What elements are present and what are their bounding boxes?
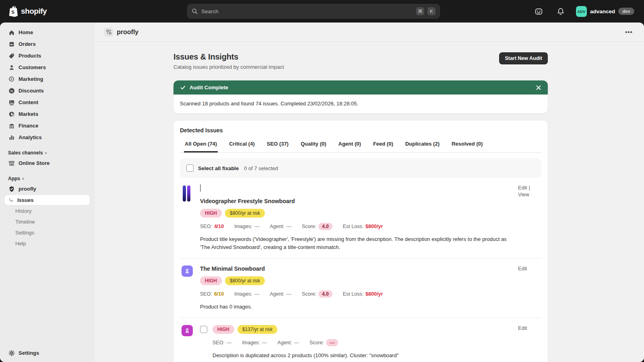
seo-label: SEO:: [200, 224, 212, 229]
sidebar-item-online-store[interactable]: Online Store: [5, 158, 90, 169]
product-thumbnail: [183, 185, 192, 202]
score-label: Score:: [302, 291, 316, 297]
edit-link[interactable]: Edit: [518, 265, 527, 272]
shopify-logo: S shopify: [8, 6, 95, 17]
tab-duplicates[interactable]: Duplicates (2): [405, 139, 440, 152]
discount-icon: %: [8, 87, 15, 94]
bank-icon: [8, 122, 15, 129]
sidebar-item-label: Markets: [19, 111, 38, 117]
account-menu[interactable]: ADV advanced dev: [576, 6, 634, 17]
tab-all-open[interactable]: All Open (74): [184, 139, 218, 152]
est-loss-label: Est Loss:: [343, 224, 363, 229]
sidebar-item-products[interactable]: Products: [5, 50, 90, 61]
images-value: —: [254, 224, 260, 229]
close-icon: [536, 85, 541, 90]
issue-title: The Minimal Snowboard: [200, 265, 512, 272]
issue-description: Product has 0 images.: [200, 303, 512, 311]
close-banner-button[interactable]: [536, 85, 541, 90]
select-all-label: Select all fixable: [198, 165, 239, 171]
edit-link[interactable]: Edit: [518, 325, 527, 331]
sidebar-item-help[interactable]: Help: [5, 239, 90, 249]
tab-resolved[interactable]: Resolved (0): [451, 139, 483, 152]
sidebar-item-label: History: [15, 208, 31, 214]
tab-quality[interactable]: Quality (0): [300, 139, 327, 152]
page-header: proofly •••: [95, 23, 644, 42]
search-input[interactable]: [201, 8, 413, 14]
sidebar-item-markets[interactable]: $ Markets: [5, 109, 90, 119]
sidekick-button[interactable]: [533, 5, 545, 18]
sidebar-item-orders[interactable]: Orders: [5, 39, 90, 49]
action-separator: |: [528, 185, 530, 191]
issue-title: Videographer Freestyle Snowboard: [200, 198, 512, 204]
sidebar-item-proofly[interactable]: proofly: [5, 183, 90, 194]
sidebar-item-label: Content: [19, 99, 38, 105]
sidebar-item-marketing[interactable]: Marketing: [5, 74, 90, 84]
seo-label: SEO:: [200, 291, 212, 297]
kbd-k: K: [427, 7, 436, 15]
product-placeholder-thumbnail: [182, 265, 193, 277]
shield-check-icon: [8, 185, 15, 192]
sidekick-icon: [535, 7, 543, 16]
sidebar-item-label: Discounts: [19, 88, 44, 94]
sidebar-item-label: proofly: [19, 186, 36, 192]
sidebar-item-customers[interactable]: Customers: [5, 62, 90, 73]
sidebar-item-app-settings[interactable]: Settings: [5, 228, 90, 238]
issue-checkbox[interactable]: [200, 184, 201, 192]
agent-label: Agent:: [270, 291, 284, 297]
sidebar-item-home[interactable]: Home: [5, 27, 90, 38]
sidebar-item-label: Customers: [19, 64, 46, 70]
orders-icon: [8, 41, 15, 47]
issue-checkbox[interactable]: [200, 326, 207, 333]
notifications-button[interactable]: [554, 5, 567, 18]
sidebar-item-issues[interactable]: Issues: [5, 195, 90, 205]
sidebar-item-discounts[interactable]: % Discounts: [5, 85, 90, 96]
more-actions-button[interactable]: •••: [622, 27, 636, 37]
banner-body: Scanned 18 products and found 74 issues.…: [173, 95, 548, 113]
nested-arrow-icon: [8, 197, 14, 203]
agent-value: —: [286, 224, 291, 229]
sidebar-item-label: Timeline: [15, 219, 35, 225]
media-icon: [8, 99, 15, 106]
sidebar-item-label: Marketing: [19, 76, 43, 82]
sidebar-item-content[interactable]: Content: [5, 97, 90, 108]
main-scroll[interactable]: Issues & Insights Catalog issues priorit…: [95, 42, 644, 362]
apps-header[interactable]: Apps ›: [3, 173, 91, 183]
tab-critical[interactable]: Critical (4): [228, 139, 256, 152]
bar-chart-icon: [8, 134, 15, 141]
svg-text:S: S: [11, 10, 15, 15]
bell-icon: [557, 7, 565, 16]
store-name: advanced: [590, 8, 615, 14]
tag-icon: [8, 52, 15, 59]
sidebar-item-history[interactable]: History: [5, 206, 90, 216]
sidebar-item-analytics[interactable]: Analytics: [5, 132, 90, 143]
view-link[interactable]: View: [518, 191, 529, 197]
issue-row: The Minimal Snowboard HIGH $800/yr at ri…: [180, 258, 541, 318]
svg-text:%: %: [10, 89, 13, 93]
tab-feed[interactable]: Feed (0): [372, 139, 394, 152]
gear-icon: [8, 350, 15, 356]
dev-badge: dev: [618, 8, 634, 15]
sidebar-item-label: Analytics: [19, 134, 42, 140]
home-icon: [8, 29, 15, 36]
seo-value: —: [227, 340, 232, 346]
tab-seo[interactable]: SEO (37): [266, 139, 289, 152]
apps-label: Apps: [8, 176, 20, 181]
select-all-checkbox[interactable]: [186, 165, 194, 172]
banner-title: Audit Complete: [190, 84, 228, 90]
sidebar-item-settings[interactable]: Settings: [5, 348, 90, 358]
person-icon: [184, 327, 190, 334]
avatar: ADV: [576, 6, 587, 17]
detected-issues-card: Detected Issues All Open (74) Critical (…: [173, 121, 548, 362]
section-subtitle: Catalog issues prioritized by commercial…: [173, 64, 284, 70]
edit-link[interactable]: Edit: [518, 185, 527, 191]
start-new-audit-button[interactable]: Start New Audit: [499, 52, 548, 64]
search-icon: [192, 8, 198, 14]
sales-channels-header[interactable]: Sales channels ›: [3, 147, 91, 157]
sidebar-item-timeline[interactable]: Timeline: [5, 217, 90, 227]
sidebar-item-finance[interactable]: Finance: [5, 120, 90, 131]
sidebar-item-label: Settings: [19, 350, 39, 356]
global-search[interactable]: ⌘ K: [187, 4, 440, 19]
app-icon: [104, 28, 113, 37]
tab-agent[interactable]: Agent (0): [338, 139, 362, 152]
card-heading: Detected Issues: [180, 127, 541, 134]
